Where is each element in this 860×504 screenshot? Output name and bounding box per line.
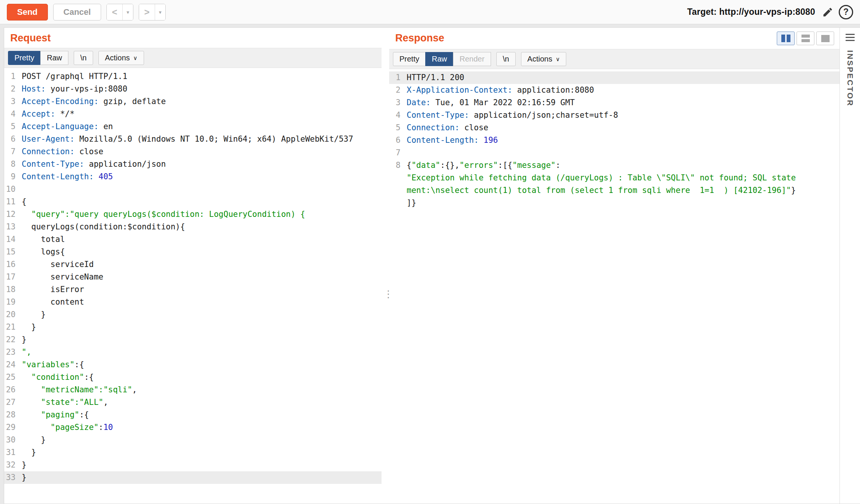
line-number: 25 [4, 371, 22, 384]
code-line: 5Connection: close [389, 122, 839, 134]
code-text: } [22, 434, 46, 446]
response-panel: Response PrettyRawRender\nActions∨ 1HTTP… [389, 28, 839, 504]
code-line: 32} [4, 459, 382, 471]
code-text: Content-Type: application/json [22, 158, 166, 171]
code-text: Accept: */* [22, 108, 74, 120]
tab-request-newline[interactable]: \n [74, 51, 93, 65]
code-text: Content-Length: 405 [22, 171, 113, 183]
line-number: 26 [4, 384, 22, 396]
tab-response-newline[interactable]: \n [496, 52, 516, 66]
response-title: Response [395, 32, 444, 44]
code-text: { [22, 196, 27, 208]
response-editor[interactable]: 1HTTP/1.1 2002X-Application-Context: app… [389, 69, 839, 504]
line-number: 10 [4, 183, 22, 196]
code-line: 14 total [4, 233, 382, 246]
tab-label: Raw [47, 54, 62, 62]
code-line: 4Accept: */* [4, 108, 382, 120]
tab-response-pretty[interactable]: Pretty [393, 52, 426, 66]
code-line: 5Accept-Language: en [4, 120, 382, 133]
dropdown-arrow-icon: ▾ [127, 9, 129, 15]
inspector-label: INSPECTOR [846, 50, 855, 107]
code-text: POST /graphql HTTP/1.1 [22, 70, 127, 83]
code-text: {"data":{},"errors":[{"message":"Excepti… [407, 159, 796, 209]
edit-target-icon[interactable] [822, 6, 833, 18]
code-text: content [22, 296, 84, 308]
columns-icon [781, 35, 785, 42]
main-area: Request PrettyRaw\nActions∨ 1POST /graph… [0, 24, 860, 504]
code-text: Accept-Encoding: gzip, deflate [22, 95, 166, 108]
line-number: 21 [4, 321, 22, 333]
code-line: 17 serviceName [4, 271, 382, 283]
layout-single-button[interactable] [816, 32, 834, 45]
request-title: Request [10, 32, 51, 44]
tab-response-actions[interactable]: Actions∨ [521, 52, 567, 66]
rows-icon [801, 35, 810, 42]
code-text: "pageSize":10 [22, 421, 113, 434]
history-back-button[interactable]: < [107, 4, 123, 20]
inspector-menu-icon[interactable] [846, 34, 855, 41]
line-number: 14 [4, 233, 22, 246]
code-line: 11{ [4, 196, 382, 208]
code-text: } [22, 446, 36, 459]
history-forward-button[interactable]: > [139, 4, 155, 20]
code-text: Content-Length: 196 [407, 134, 498, 147]
code-text: serviceId [22, 258, 94, 271]
code-line: 26 "metricName":"sqli", [4, 384, 382, 396]
code-text: queryLogs(condition:$condition){ [22, 221, 185, 233]
line-number: 28 [4, 409, 22, 421]
code-line: 27 "state":"ALL", [4, 396, 382, 409]
chevron-down-icon: ∨ [133, 55, 138, 61]
code-line: 13 queryLogs(condition:$condition){ [4, 221, 382, 233]
tab-request-pretty[interactable]: Pretty [8, 51, 41, 65]
layout-stacked-button[interactable] [797, 32, 814, 45]
inspector-sidebar[interactable]: INSPECTOR [839, 28, 860, 504]
request-tab-bar: PrettyRaw\nActions∨ [4, 48, 382, 68]
code-line: 1POST /graphql HTTP/1.1 [4, 70, 382, 83]
tab-label: \n [80, 54, 87, 62]
line-number: 32 [4, 459, 22, 471]
code-text: "condition":{ [22, 371, 94, 384]
code-line: 2X-Application-Context: application:8080 [389, 84, 839, 96]
top-toolbar: Send Cancel < ▾ > ▾ Target: http://your-… [0, 0, 860, 24]
send-button[interactable]: Send [7, 4, 48, 21]
code-line: 12 "query":"query queryLogs($condition: … [4, 208, 382, 221]
target-label: Target: http://your-vps-ip:8080 [687, 7, 815, 17]
line-number: 16 [4, 258, 22, 271]
code-text: "metricName":"sqli", [22, 384, 137, 396]
layout-side-by-side-button[interactable] [777, 32, 795, 45]
code-line: 16 serviceId [4, 258, 382, 271]
tab-label: \n [503, 55, 509, 63]
code-line: 20 } [4, 308, 382, 321]
line-number: 19 [4, 296, 22, 308]
code-line: 23", [4, 346, 382, 359]
history-back-dropdown[interactable]: ▾ [123, 4, 133, 20]
chevron-down-icon: ∨ [556, 56, 560, 62]
line-number: 12 [4, 208, 22, 221]
history-forward-dropdown[interactable]: ▾ [155, 4, 165, 20]
code-text: "variables":{ [22, 359, 84, 371]
history-forward-group: > ▾ [139, 4, 166, 21]
request-editor[interactable]: 1POST /graphql HTTP/1.12Host: your-vps-i… [4, 68, 382, 504]
response-header: Response [389, 28, 839, 49]
line-number: 7 [4, 145, 22, 158]
code-text: X-Application-Context: application:8080 [407, 84, 594, 96]
line-number: 8 [4, 158, 22, 171]
layout-buttons [777, 32, 834, 45]
code-line: 25 "condition":{ [4, 371, 382, 384]
line-number: 5 [389, 122, 407, 134]
tab-response-raw[interactable]: Raw [425, 52, 453, 66]
code-line: 18 isError [4, 283, 382, 296]
tab-response-render[interactable]: Render [453, 52, 491, 66]
help-icon[interactable]: ? [839, 5, 853, 19]
code-line: 29 "pageSize":10 [4, 421, 382, 434]
tab-request-actions[interactable]: Actions∨ [98, 51, 144, 65]
code-line: 4Content-Type: application/json;charset=… [389, 109, 839, 122]
panel-splitter[interactable]: ⋮ [382, 28, 389, 504]
code-line: 31 } [4, 446, 382, 459]
repeater-card: Request PrettyRaw\nActions∨ 1POST /graph… [4, 27, 860, 504]
cancel-button[interactable]: Cancel [53, 4, 101, 21]
tab-request-raw[interactable]: Raw [40, 51, 68, 65]
line-number: 5 [4, 120, 22, 133]
code-text: "state":"ALL", [22, 396, 108, 409]
code-line: 8Content-Type: application/json [4, 158, 382, 171]
